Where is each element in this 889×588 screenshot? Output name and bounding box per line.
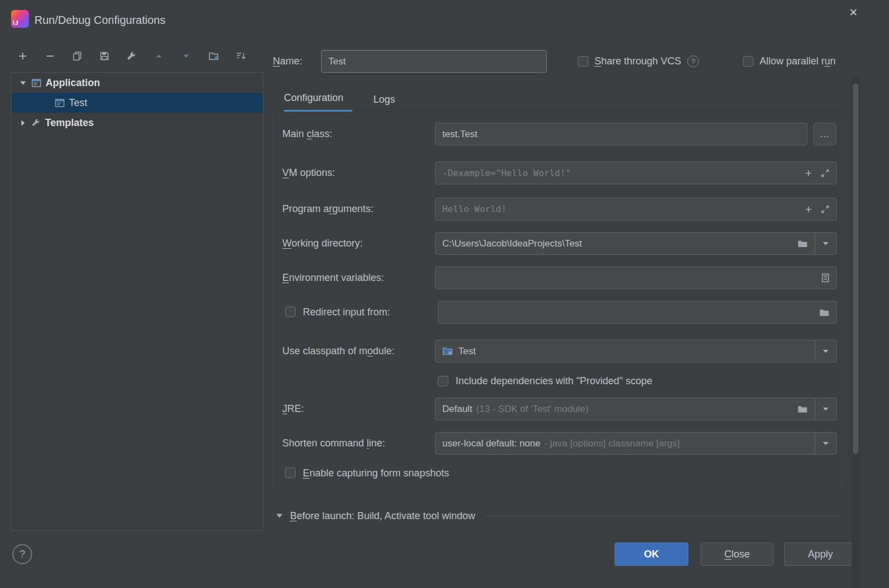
classpath-module-dropdown[interactable] [815,340,836,362]
scrollbar[interactable] [852,77,860,588]
tab-configuration[interactable]: Configuration [284,92,352,112]
before-launch-section[interactable]: Before launch: Build, Activate tool wind… [276,505,842,527]
name-label: Name: [273,50,302,73]
shorten-command-line-label: Shorten command line: [282,432,385,455]
edit-templates-button[interactable] [126,50,138,62]
close-button[interactable]: Close [701,542,773,566]
tree-item-templates[interactable]: Templates [12,113,263,133]
tab-logs[interactable]: Logs [373,94,395,112]
allow-parallel-group: Allow parallel run [743,50,836,73]
vm-options-input[interactable]: -Dexample="Hello World!" [435,162,837,184]
environment-variables-label: Environment variables: [282,267,384,289]
application-icon [55,99,64,107]
name-input[interactable]: Test [321,50,547,73]
expand-icon[interactable] [821,205,830,214]
main-class-input[interactable]: test.Test [435,123,807,145]
shorten-value: user-local default: none [442,438,541,449]
jre-label: JRE: [282,398,304,420]
dropdown-arrow-icon [822,349,829,354]
folder-icon[interactable] [797,405,808,414]
move-down-button[interactable] [180,50,192,62]
classpath-module-select[interactable]: Test [435,340,837,363]
include-provided-label: Include dependencies with "Provided" sco… [456,370,652,393]
help-icon[interactable]: ? [687,56,699,67]
apply-button[interactable]: Apply [784,542,857,566]
before-launch-divider [484,516,842,516]
save-icon [99,51,109,61]
tree-item-application[interactable]: Application [12,73,263,93]
copy-icon [72,51,82,61]
dropdown-arrow-icon [822,441,829,446]
arrow-down-icon [181,51,191,61]
wrench-icon [127,51,137,61]
dialog-title: Run/Debug Configurations [34,14,166,27]
tree-item-label: Templates [45,117,94,129]
sort-alpha-icon [236,51,246,61]
plus-icon [18,51,28,61]
folder-icon[interactable] [819,308,830,317]
add-icon[interactable] [804,205,813,214]
browse-main-class-button[interactable]: ... [813,123,836,145]
new-folder-icon [208,51,219,61]
working-directory-input[interactable]: C:\Users\Jacob\IdeaProjects\Test [435,232,837,255]
chevron-right-icon[interactable] [17,119,28,127]
main-class-label: Main class: [282,123,332,145]
copy-configuration-button[interactable] [71,50,83,62]
working-directory-value: C:\Users\Jacob\IdeaProjects\Test [442,238,790,249]
jre-select[interactable]: Default (13 - SDK of 'Test' module) [435,398,837,420]
jre-hint: (13 - SDK of 'Test' module) [476,404,790,415]
folder-icon[interactable] [797,239,808,248]
share-vcs-group: Share through VCS ? [578,50,699,73]
add-icon[interactable] [804,169,813,178]
tab-bar: Configuration Logs [284,91,395,112]
save-configuration-button[interactable] [98,50,111,62]
redirect-input-label: Redirect input from: [303,301,390,324]
form-snapshots-label: Enable capturing form snapshots [303,462,449,485]
wrench-icon [32,118,41,127]
scrollbar-thumb[interactable] [853,83,858,454]
jre-value: Default [442,404,472,415]
program-arguments-label: Program arguments: [282,198,373,220]
chevron-down-icon [276,512,283,519]
shorten-hint: - java [options] classname [args] [545,438,808,449]
allow-parallel-label: Allow parallel run [760,50,836,73]
arrow-up-icon [154,51,164,61]
tree-item-label: Test [69,97,87,109]
share-vcs-checkbox[interactable] [578,56,588,67]
expand-icon[interactable] [821,169,830,178]
program-arguments-input[interactable]: Hello World! [435,198,837,220]
ok-button[interactable]: OK [615,542,688,566]
working-directory-dropdown[interactable] [815,233,836,254]
jre-dropdown[interactable] [815,398,836,420]
form-snapshots-checkbox[interactable] [285,468,296,478]
list-icon[interactable] [821,273,830,283]
tree-item-test[interactable]: Test [12,93,263,113]
intellij-logo-icon: IJ [11,10,29,28]
name-value: Test [328,56,346,67]
shorten-dropdown[interactable] [815,433,836,454]
classpath-module-value: Test [458,346,808,357]
module-icon [442,346,453,356]
tree-item-label: Application [46,77,100,89]
close-icon[interactable]: ✕ [840,2,867,22]
shorten-command-line-select[interactable]: user-local default: none - java [options… [435,432,837,455]
environment-variables-input[interactable] [435,267,837,289]
new-folder-button[interactable] [207,50,219,62]
include-provided-checkbox[interactable] [438,376,448,386]
minus-icon [45,51,55,61]
classpath-module-label: Use classpath of module: [282,340,394,363]
sort-configurations-button[interactable] [234,50,247,62]
help-button[interactable]: ? [12,544,32,564]
main-class-value: test.Test [442,129,477,140]
move-up-button[interactable] [153,50,165,62]
chevron-down-icon[interactable] [17,79,28,87]
redirect-input-checkbox[interactable] [285,306,296,317]
vm-options-value: -Dexample="Hello World!" [442,168,796,178]
application-icon [32,79,41,87]
allow-parallel-checkbox[interactable] [743,56,753,67]
remove-configuration-button[interactable] [44,50,56,62]
add-configuration-button[interactable] [17,50,29,62]
redirect-input-input[interactable] [438,301,837,324]
vm-options-label: VM options: [282,162,335,184]
program-arguments-value: Hello World! [442,204,796,214]
